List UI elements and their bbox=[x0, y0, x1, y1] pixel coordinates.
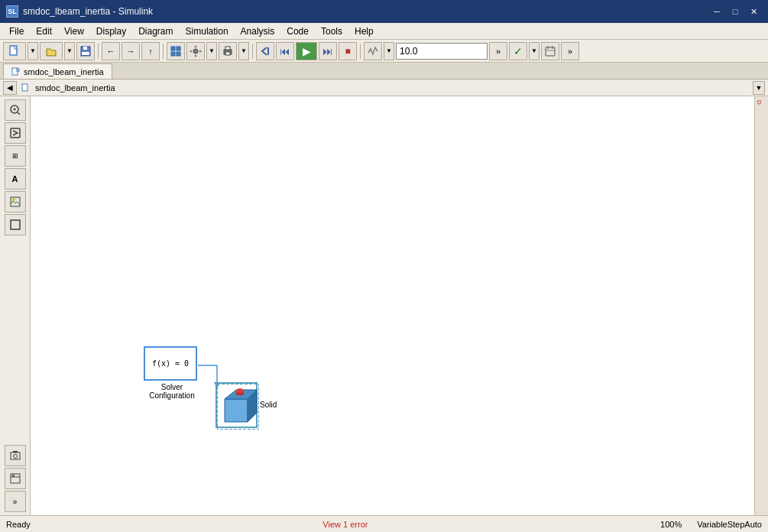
address-path: smdoc_lbeam_inertia bbox=[35, 83, 750, 92]
up-button[interactable]: ↑ bbox=[141, 42, 160, 60]
shape-button[interactable] bbox=[5, 214, 26, 235]
prev-signal-button[interactable] bbox=[256, 42, 274, 60]
fit-view-button[interactable]: ⊞ bbox=[5, 145, 26, 167]
close-button[interactable]: ✕ bbox=[745, 5, 762, 18]
svg-rect-37 bbox=[12, 475, 15, 477]
menu-code[interactable]: Code bbox=[280, 24, 315, 38]
solver-block-text: f(x) = 0 bbox=[152, 359, 189, 368]
more-button[interactable]: » bbox=[489, 42, 507, 60]
menu-help[interactable]: Help bbox=[348, 24, 380, 38]
title-bar: SL smdoc_lbeam_inertia - Simulink ─ □ ✕ bbox=[0, 0, 768, 23]
minimize-button[interactable]: ─ bbox=[708, 5, 725, 18]
canvas[interactable]: f(x) = 0 Solver Configuration bbox=[31, 96, 754, 515]
svg-rect-17 bbox=[546, 47, 555, 56]
right-panel-text: niet乜✓ni✓vdniSiliD bbox=[756, 100, 768, 112]
collapse-button[interactable]: » bbox=[5, 491, 26, 512]
svg-rect-5 bbox=[177, 47, 180, 50]
status-solver: VariableStepAuto bbox=[697, 520, 762, 529]
left-toolbar: ⊞ A » bbox=[0, 96, 31, 515]
step-forward-button[interactable]: ⏭ bbox=[319, 42, 337, 60]
tab-main[interactable]: smdoc_lbeam_inertia bbox=[3, 63, 112, 79]
address-bar: ◀ smdoc_lbeam_inertia ▼ bbox=[0, 79, 768, 96]
text-button[interactable]: A bbox=[5, 168, 26, 190]
print-dropdown[interactable]: ▼ bbox=[238, 42, 249, 60]
svg-rect-7 bbox=[177, 52, 180, 56]
svg-rect-14 bbox=[225, 47, 230, 50]
menu-file[interactable]: File bbox=[3, 24, 30, 38]
tag-button[interactable] bbox=[5, 468, 26, 489]
new-button[interactable] bbox=[3, 42, 26, 60]
menu-view[interactable]: View bbox=[58, 24, 90, 38]
library-button[interactable] bbox=[167, 42, 185, 60]
new-dropdown[interactable]: ▼ bbox=[28, 42, 38, 60]
svg-line-25 bbox=[18, 112, 20, 115]
svg-rect-6 bbox=[171, 52, 175, 56]
sep1 bbox=[98, 44, 99, 59]
address-dropdown[interactable]: ▼ bbox=[753, 81, 765, 95]
step-back-button[interactable]: ⏮ bbox=[276, 42, 294, 60]
calendar-button[interactable] bbox=[541, 42, 559, 60]
svg-rect-3 bbox=[82, 52, 89, 55]
maximize-button[interactable]: □ bbox=[727, 5, 744, 18]
svg-point-9 bbox=[195, 45, 197, 47]
svg-rect-35 bbox=[11, 474, 20, 483]
window-title: smdoc_lbeam_inertia - Simulink bbox=[23, 6, 153, 17]
signal-button[interactable] bbox=[364, 42, 382, 60]
settings-button[interactable] bbox=[186, 42, 205, 60]
solid-block-label: Solid bbox=[260, 401, 277, 409]
svg-point-30 bbox=[12, 198, 15, 201]
screenshot-button[interactable] bbox=[5, 445, 26, 466]
right-more-button[interactable]: » bbox=[561, 42, 579, 60]
svg-rect-0 bbox=[10, 46, 17, 55]
image-button[interactable] bbox=[5, 191, 26, 212]
sim-time-input[interactable]: 10.0 bbox=[396, 43, 488, 60]
status-right-group: 100% VariableStepAuto bbox=[660, 520, 762, 529]
run-button[interactable]: ▶ bbox=[296, 42, 317, 60]
svg-rect-2 bbox=[83, 47, 87, 50]
solver-label-line2: Configuration bbox=[141, 391, 203, 400]
print-button[interactable] bbox=[219, 42, 237, 60]
menu-bar: File Edit View Display Diagram Simulatio… bbox=[0, 23, 768, 40]
check-dropdown[interactable]: ▼ bbox=[529, 42, 540, 60]
check-button[interactable]: ✓ bbox=[509, 42, 527, 60]
menu-tools[interactable]: Tools bbox=[315, 24, 348, 38]
solver-label-line1: Solver bbox=[141, 383, 203, 391]
connection-overlay bbox=[31, 96, 754, 515]
open-button[interactable] bbox=[40, 42, 63, 60]
sep4 bbox=[360, 44, 361, 59]
svg-point-10 bbox=[195, 54, 197, 57]
svg-point-11 bbox=[190, 50, 193, 52]
save-button[interactable] bbox=[76, 42, 95, 60]
solver-configuration-block[interactable]: f(x) = 0 bbox=[144, 346, 197, 381]
solid-block[interactable] bbox=[215, 382, 258, 428]
svg-point-8 bbox=[193, 49, 198, 54]
status-ready: Ready bbox=[6, 520, 31, 529]
svg-rect-15 bbox=[225, 52, 230, 55]
menu-edit[interactable]: Edit bbox=[30, 24, 58, 38]
menu-display[interactable]: Display bbox=[90, 24, 132, 38]
settings-dropdown[interactable]: ▼ bbox=[206, 42, 217, 60]
solver-configuration-label: Solver Configuration bbox=[141, 383, 203, 400]
signal-dropdown[interactable]: ▼ bbox=[384, 42, 394, 60]
tab-label: smdoc_lbeam_inertia bbox=[24, 67, 104, 76]
undo-button[interactable]: ← bbox=[102, 42, 120, 60]
menu-diagram[interactable]: Diagram bbox=[132, 24, 179, 38]
status-error[interactable]: View 1 error bbox=[322, 520, 368, 529]
app-icon: SL bbox=[6, 5, 18, 18]
svg-rect-4 bbox=[171, 47, 175, 50]
stop-button[interactable]: ■ bbox=[339, 42, 357, 60]
menu-simulation[interactable]: Simulation bbox=[180, 24, 235, 38]
open-dropdown[interactable]: ▼ bbox=[64, 42, 75, 60]
zoom-fit-button[interactable] bbox=[5, 99, 26, 121]
toolbar: ▼ ▼ ← → ↑ ▼ ▼ ⏮ ▶ ⏭ ■ ▼ 10.0 » ✓ ▼ » bbox=[0, 40, 768, 63]
status-bar: Ready View 1 error 100% VariableStepAuto bbox=[0, 515, 768, 532]
menu-analysis[interactable]: Analysis bbox=[235, 24, 281, 38]
svg-point-47 bbox=[236, 388, 244, 393]
svg-rect-34 bbox=[13, 451, 18, 453]
svg-rect-23 bbox=[22, 84, 28, 91]
svg-marker-42 bbox=[225, 399, 248, 422]
zoom-out-button[interactable] bbox=[5, 122, 26, 144]
nav-back-button[interactable]: ◀ bbox=[3, 81, 17, 95]
sep2 bbox=[163, 44, 164, 59]
redo-button[interactable]: → bbox=[122, 42, 140, 60]
